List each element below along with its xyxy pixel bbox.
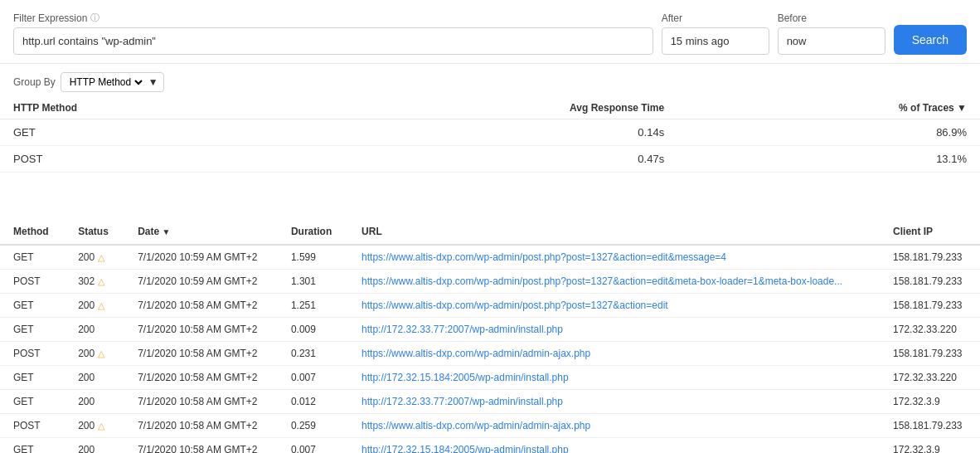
search-button[interactable]: Search (894, 25, 967, 55)
trace-url: https://www.altis-dxp.com/wp-admin/admin… (348, 414, 880, 438)
trace-date: 7/1/2020 10:58 AM GMT+2 (124, 414, 278, 438)
trace-duration: 0.007 (278, 438, 348, 454)
trace-date: 7/1/2020 10:59 AM GMT+2 (124, 270, 278, 294)
filter-bar: Filter Expression ⓘ After Before Search (0, 0, 980, 64)
trace-ip: 158.181.79.233 (880, 294, 980, 318)
trace-method: GET (0, 438, 65, 454)
filter-label: Filter Expression ⓘ (13, 12, 653, 24)
summary-avg: 0.47s (289, 146, 677, 173)
trace-date: 7/1/2020 10:58 AM GMT+2 (124, 438, 278, 454)
summary-table: HTTP Method Avg Response Time % of Trace… (0, 97, 980, 173)
summary-row: GET 0.14s 86.9% (0, 119, 980, 146)
group-by-dropdown[interactable]: HTTP Method (66, 76, 145, 89)
table-row: GET 200 7/1/2020 10:58 AM GMT+2 0.009 ht… (0, 318, 980, 342)
summary-method: POST (0, 146, 289, 173)
col-status: Status (65, 219, 124, 245)
filter-section: Filter Expression ⓘ (13, 12, 653, 55)
trace-url: http://172.32.15.184:2005/wp-admin/insta… (348, 438, 880, 454)
summary-col-pct[interactable]: % of Traces ▼ (677, 97, 980, 119)
trace-ip: 172.32.33.220 (880, 366, 980, 390)
trace-status: 200 △ (65, 294, 124, 318)
dropdown-icon: ▼ (148, 76, 158, 88)
col-duration: Duration (278, 219, 348, 245)
trace-date: 7/1/2020 10:59 AM GMT+2 (124, 245, 278, 270)
trace-ip: 158.181.79.233 (880, 342, 980, 366)
url-link[interactable]: https://www.altis-dxp.com/wp-admin/post.… (361, 275, 842, 287)
group-by-select[interactable]: HTTP Method ▼ (61, 72, 164, 92)
trace-duration: 1.251 (278, 294, 348, 318)
warn-icon: △ (98, 348, 104, 359)
trace-date: 7/1/2020 10:58 AM GMT+2 (124, 366, 278, 390)
trace-method: POST (0, 414, 65, 438)
trace-status: 200 △ (65, 342, 124, 366)
url-link[interactable]: https://www.altis-dxp.com/wp-admin/post.… (361, 251, 726, 263)
warn-icon: △ (98, 300, 104, 311)
trace-method: POST (0, 270, 65, 294)
warn-icon: △ (98, 276, 104, 287)
table-row: GET 200 △ 7/1/2020 10:58 AM GMT+2 1.251 … (0, 294, 980, 318)
before-input[interactable] (778, 27, 885, 55)
url-link[interactable]: https://www.altis-dxp.com/wp-admin/admin… (361, 348, 590, 359)
col-date[interactable]: Date ▼ (124, 219, 278, 245)
trace-status: 200 (65, 438, 124, 454)
url-link[interactable]: https://www.altis-dxp.com/wp-admin/admin… (361, 420, 590, 431)
trace-url: http://172.32.33.77:2007/wp-admin/instal… (348, 390, 880, 414)
table-row: GET 200 △ 7/1/2020 10:59 AM GMT+2 1.599 … (0, 245, 980, 270)
trace-method: GET (0, 318, 65, 342)
trace-method: GET (0, 294, 65, 318)
summary-row: POST 0.47s 13.1% (0, 146, 980, 173)
trace-duration: 0.009 (278, 318, 348, 342)
traces-header-row: Method Status Date ▼ Duration URL Client… (0, 219, 980, 245)
url-link[interactable]: http://172.32.33.77:2007/wp-admin/instal… (361, 396, 563, 407)
trace-url: https://www.altis-dxp.com/wp-admin/admin… (348, 342, 880, 366)
trace-duration: 0.231 (278, 342, 348, 366)
table-row: POST 200 △ 7/1/2020 10:58 AM GMT+2 0.231… (0, 342, 980, 366)
trace-method: GET (0, 366, 65, 390)
url-link[interactable]: https://www.altis-dxp.com/wp-admin/post.… (361, 300, 668, 311)
col-ip: Client IP (880, 219, 980, 245)
summary-header-row: HTTP Method Avg Response Time % of Trace… (0, 97, 980, 119)
table-row: POST 302 △ 7/1/2020 10:59 AM GMT+2 1.301… (0, 270, 980, 294)
trace-date: 7/1/2020 10:58 AM GMT+2 (124, 390, 278, 414)
table-row: GET 200 7/1/2020 10:58 AM GMT+2 0.007 ht… (0, 366, 980, 390)
url-link[interactable]: http://172.32.15.184:2005/wp-admin/insta… (361, 372, 569, 383)
trace-date: 7/1/2020 10:58 AM GMT+2 (124, 318, 278, 342)
url-link[interactable]: http://172.32.33.77:2007/wp-admin/instal… (361, 324, 563, 335)
summary-method: GET (0, 119, 289, 146)
trace-status: 200 (65, 318, 124, 342)
trace-method: GET (0, 390, 65, 414)
summary-pct: 86.9% (677, 119, 980, 146)
trace-duration: 0.259 (278, 414, 348, 438)
trace-url: https://www.altis-dxp.com/wp-admin/post.… (348, 245, 880, 270)
help-icon[interactable]: ⓘ (90, 12, 99, 24)
after-input[interactable] (662, 27, 769, 55)
trace-status: 302 △ (65, 270, 124, 294)
before-section: Before (778, 12, 885, 55)
summary-pct: 13.1% (677, 146, 980, 173)
col-method: Method (0, 219, 65, 245)
url-link[interactable]: http://172.32.15.184:2005/wp-admin/insta… (361, 444, 569, 453)
trace-duration: 1.301 (278, 270, 348, 294)
trace-ip: 158.181.79.233 (880, 245, 980, 270)
group-by-bar: Group By HTTP Method ▼ (0, 64, 980, 97)
trace-status: 200 (65, 390, 124, 414)
trace-date: 7/1/2020 10:58 AM GMT+2 (124, 294, 278, 318)
trace-duration: 0.007 (278, 366, 348, 390)
summary-avg: 0.14s (289, 119, 677, 146)
trace-ip: 158.181.79.233 (880, 270, 980, 294)
trace-url: http://172.32.15.184:2005/wp-admin/insta… (348, 366, 880, 390)
before-label: Before (778, 12, 885, 24)
trace-url: https://www.altis-dxp.com/wp-admin/post.… (348, 294, 880, 318)
trace-status: 200 (65, 366, 124, 390)
trace-url: http://172.32.33.77:2007/wp-admin/instal… (348, 318, 880, 342)
trace-status: 200 △ (65, 414, 124, 438)
trace-method: POST (0, 342, 65, 366)
summary-col-avg: Avg Response Time (289, 97, 677, 119)
trace-method: GET (0, 245, 65, 270)
trace-duration: 0.012 (278, 390, 348, 414)
trace-date: 7/1/2020 10:58 AM GMT+2 (124, 342, 278, 366)
filter-input[interactable] (13, 27, 653, 55)
trace-ip: 172.32.33.220 (880, 318, 980, 342)
after-label: After (662, 12, 769, 24)
trace-ip: 172.32.3.9 (880, 390, 980, 414)
